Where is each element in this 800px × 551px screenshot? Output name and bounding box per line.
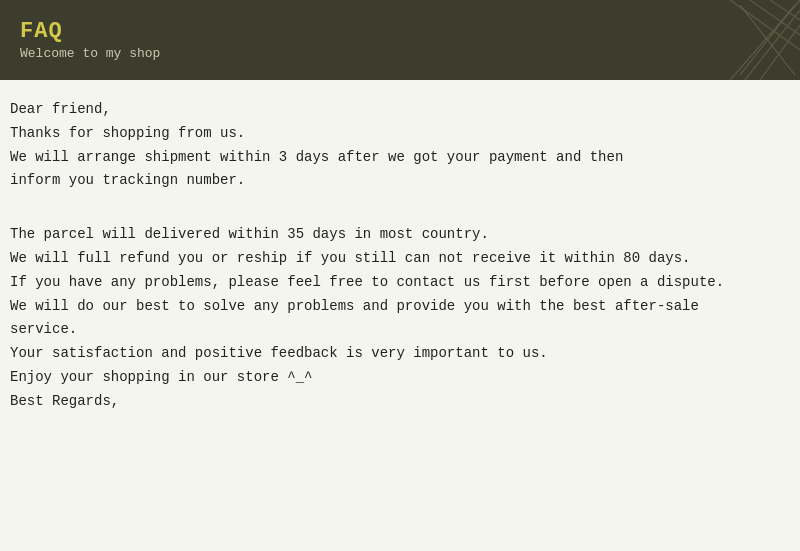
header-decoration (600, 0, 800, 80)
header-subtitle: Welcome to my shop (20, 46, 160, 61)
line10: Enjoy your shopping in our store ^_^ (10, 369, 312, 385)
spacer (10, 193, 790, 223)
header: FAQ Welcome to my shop (0, 0, 800, 80)
main-text: Dear friend, Thanks for shopping from us… (10, 98, 790, 193)
line3: inform you trackingn number. (10, 172, 245, 188)
line6: If you have any problems, please feel fr… (10, 274, 724, 290)
content: Dear friend, Thanks for shopping from us… (0, 80, 800, 551)
line4: The parcel will delivered within 35 days… (10, 226, 489, 242)
line11: Best Regards, (10, 393, 119, 409)
header-text: FAQ Welcome to my shop (20, 19, 160, 61)
line9: Your satisfaction and positive feedback … (10, 345, 548, 361)
line2: We will arrange shipment within 3 days a… (10, 149, 623, 165)
line5: We will full refund you or reship if you… (10, 250, 691, 266)
header-title: FAQ (20, 19, 160, 44)
shipping-text: The parcel will delivered within 35 days… (10, 223, 790, 413)
line7: We will do our best to solve any problem… (10, 298, 699, 314)
line8: service. (10, 321, 77, 337)
line1: Thanks for shopping from us. (10, 125, 245, 141)
greeting: Dear friend, (10, 101, 111, 117)
